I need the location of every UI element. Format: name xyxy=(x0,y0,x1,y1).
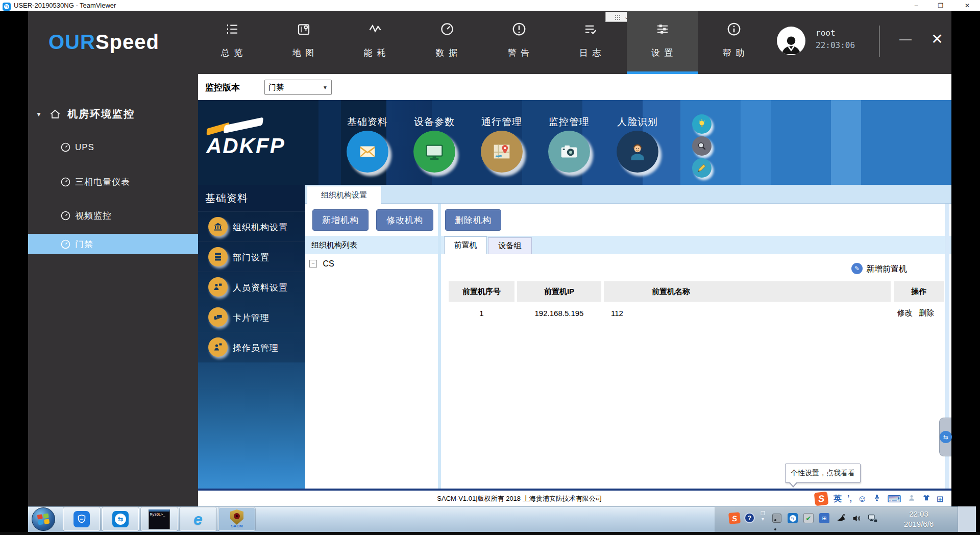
tree-collapse-icon[interactable]: − xyxy=(309,260,317,268)
skin-shirt-icon[interactable] xyxy=(922,493,931,504)
sogou-logo-icon[interactable]: S xyxy=(814,492,829,506)
teamviewer-icon: ⇆ xyxy=(112,511,129,527)
tray-clock[interactable]: 22:03 2019/6/6 xyxy=(891,509,947,529)
nav-overview[interactable]: 总 览 xyxy=(197,21,268,78)
row-delete-link[interactable]: 删除 xyxy=(919,308,934,318)
dock-arrows-icon[interactable]: ⇆ xyxy=(940,431,952,443)
tray-sogou-icon[interactable]: S xyxy=(728,512,741,524)
submenu-item-personnel[interactable]: 人员资料设置 xyxy=(198,272,305,302)
sacm-icon: SACM xyxy=(229,509,244,529)
quick-edit-button[interactable] xyxy=(692,158,712,178)
ime-bar[interactable]: S 英 ’, ☺ ⌨ ⊞ xyxy=(815,492,943,506)
nav-data[interactable]: 数 据 xyxy=(411,21,483,78)
tray-teamviewer-icon[interactable]: ⇆ xyxy=(788,513,798,523)
taskbar-app-mysql[interactable]: MySQL>_ xyxy=(141,507,178,531)
map-pin-icon xyxy=(490,140,513,163)
meter-icon xyxy=(60,210,71,221)
ime-grid-icon[interactable]: ⊞ xyxy=(937,494,943,504)
tooltip-arrow-inner xyxy=(790,482,797,486)
avatar[interactable] xyxy=(777,27,805,55)
submenu-item-cards[interactable]: 卡片管理 xyxy=(198,302,305,332)
sidebar-item-label: 门禁 xyxy=(75,238,93,250)
teamviewer-icon: ⇆ xyxy=(3,2,11,11)
delete-org-button[interactable]: 删除机构 xyxy=(445,209,501,231)
sidebar-item-video[interactable]: 视频监控 xyxy=(60,210,112,222)
nav-log[interactable]: 日 志 xyxy=(555,21,626,78)
tray-horn-icon[interactable] xyxy=(835,512,847,526)
tab-device-group[interactable]: 设备组 xyxy=(488,237,532,254)
window-title: USER-20190530NG - TeamViewer xyxy=(14,2,116,9)
nav-help[interactable]: 帮 助 xyxy=(698,21,770,78)
dock-handle[interactable]: ⇆ xyxy=(939,418,951,456)
app-minimize-button[interactable]: — xyxy=(894,29,917,49)
tree-expand-icon[interactable]: ▼ xyxy=(36,111,43,118)
start-button[interactable] xyxy=(32,507,55,531)
ime-punct-toggle[interactable]: ’, xyxy=(847,494,852,503)
tray-help-icon[interactable]: ? xyxy=(744,513,755,523)
taskbar-app-teamviewer[interactable]: ⇆ xyxy=(102,507,139,531)
module-monitor-mgmt[interactable] xyxy=(548,131,590,173)
tray-expand-icon[interactable]: ❐▾ xyxy=(761,510,765,522)
tray-volume-icon[interactable] xyxy=(852,513,863,526)
tray-time: 22:03 xyxy=(891,509,947,519)
module-access-mgmt[interactable] xyxy=(481,131,523,173)
emoji-icon[interactable]: ☺ xyxy=(857,494,867,504)
tree-node-cs[interactable]: − CS xyxy=(309,259,334,269)
nav-energy[interactable]: 能 耗 xyxy=(339,21,411,78)
sidebar-item-ups[interactable]: UPS xyxy=(60,142,94,153)
submenu-title: 基础资料 xyxy=(205,191,248,205)
tab-org-settings[interactable]: 组织机构设置 xyxy=(307,186,381,204)
nav-alert[interactable]: 警 告 xyxy=(483,21,555,78)
taskbar-app-sacm[interactable]: SACM xyxy=(218,507,255,531)
tab-front-machine[interactable]: 前置机 xyxy=(444,236,487,254)
nav-settings[interactable]: 设 置 xyxy=(627,21,698,78)
meter-icon xyxy=(60,177,71,187)
quick-bulb-button[interactable] xyxy=(692,114,712,134)
submenu-item-org-settings[interactable]: 组织机构设置 xyxy=(198,211,305,242)
taskbar-app-monitoring[interactable] xyxy=(63,507,100,531)
titlebar-close-button[interactable]: ✕ xyxy=(959,0,976,11)
tray-installer-icon[interactable]: ✔ xyxy=(803,513,814,523)
user-silhouette-icon[interactable] xyxy=(907,493,916,504)
module-basic-data[interactable] xyxy=(347,131,388,173)
module-face-recognition[interactable] xyxy=(617,131,658,173)
version-dropdown[interactable]: 门禁 ▼ xyxy=(264,80,332,95)
nav-map[interactable]: 地 图 xyxy=(268,21,339,78)
app-close-button[interactable]: ✕ xyxy=(925,28,949,50)
ie-icon: e xyxy=(193,511,203,527)
sidebar-root-node[interactable]: ▼ 机房环境监控 xyxy=(36,107,135,121)
tray-app-icon[interactable]: ⊞ xyxy=(819,513,829,523)
titlebar-minimize-button[interactable]: – xyxy=(908,0,925,11)
version-dropdown-value: 门禁 xyxy=(268,83,284,92)
show-desktop-button[interactable] xyxy=(958,506,976,532)
mail-icon xyxy=(356,140,379,163)
quick-search-button[interactable] xyxy=(692,136,712,156)
ime-tooltip: 个性设置，点我看看 xyxy=(785,464,861,483)
edit-org-button[interactable]: 修改机构 xyxy=(376,209,433,231)
info-icon xyxy=(726,21,742,39)
submenu-item-operators[interactable]: 操作员管理 xyxy=(198,332,305,362)
submenu-item-department[interactable]: 部门设置 xyxy=(198,241,305,272)
tray-network-icon[interactable] xyxy=(867,513,878,526)
row-edit-link[interactable]: 修改 xyxy=(897,308,913,318)
taskbar-app-ie[interactable]: e xyxy=(180,507,216,531)
keyboard-icon[interactable]: ⌨ xyxy=(887,493,901,505)
table-header-actions: 操作 xyxy=(894,281,944,302)
module-device-params[interactable] xyxy=(413,131,455,173)
add-front-icon[interactable]: ✎ xyxy=(851,263,863,274)
titlebar-maximize-button[interactable]: ❐ xyxy=(932,0,949,11)
module-label: 监控管理 xyxy=(536,115,602,129)
tray-device-icon[interactable] xyxy=(772,514,781,523)
nav-label: 能 耗 xyxy=(364,47,387,59)
microphone-icon[interactable] xyxy=(872,493,881,504)
meter-icon xyxy=(60,142,71,153)
version-label: 监控版本 xyxy=(205,82,240,93)
console-icon: MySQL>_ xyxy=(149,509,170,529)
add-org-button[interactable]: 新增机构 xyxy=(312,209,369,231)
cards-icon xyxy=(208,307,228,327)
sidebar-item-power-meter[interactable]: 三相电量仪表 xyxy=(60,176,130,188)
sidebar-item-door-access[interactable]: 门禁 xyxy=(60,238,93,250)
ime-lang-toggle[interactable]: 英 xyxy=(834,494,842,504)
tree-node-label[interactable]: CS xyxy=(323,259,334,268)
add-front-link[interactable]: 新增前置机 xyxy=(866,264,907,275)
